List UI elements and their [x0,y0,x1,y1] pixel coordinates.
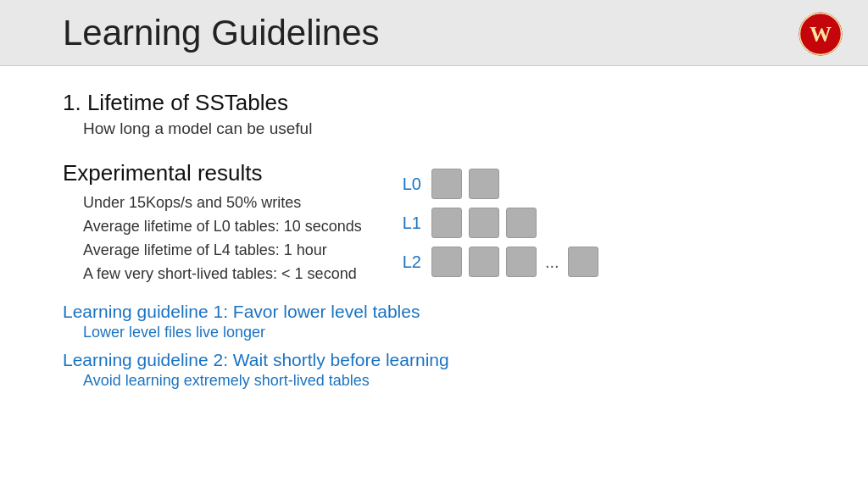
guideline-2-main: Learning guideline 2: Wait shortly befor… [63,350,817,370]
experimental-heading: Experimental results [63,160,362,186]
sstable-diagram: L0 L1 L2 ... [396,169,598,277]
experimental-text: Experimental results Under 15Kops/s and … [63,160,362,286]
level-label-l0: L0 [396,175,421,194]
guideline-1-sub: Lower level files live longer [83,324,817,341]
sstable-box-l2-3 [506,247,537,277]
sstable-box-l1-1 [431,208,462,238]
section1-subtext: How long a model can be useful [83,119,817,138]
guidelines-section: Learning guideline 1: Favor lower level … [63,302,817,398]
bullet-1: Under 15Kops/s and 50% writes [83,191,362,215]
guideline-2-sub: Avoid learning extremely short-lived tab… [83,372,817,390]
experimental-block: Experimental results Under 15Kops/s and … [63,160,817,286]
sstable-box-l2-extra [568,247,598,277]
page-title: Learning Guidelines [63,12,380,54]
uw-logo: W [798,12,843,56]
sstable-box-l0-2 [469,169,499,199]
bullet-4: A few very short-lived tables: < 1 secon… [83,263,362,286]
ellipsis-icon: ... [545,252,559,272]
sstable-box-l0-1 [431,169,462,199]
bullet-2: Average lifetime of L0 tables: 10 second… [83,215,362,239]
level-row-l2: L2 ... [396,247,598,277]
level-row-l1: L1 [396,208,598,238]
sstable-box-l2-1 [431,247,462,277]
bullet-3: Average lifetime of L4 tables: 1 hour [83,239,362,263]
section-1: 1. Lifetime of SSTables How long a model… [63,90,817,153]
guideline-2: Learning guideline 2: Wait shortly befor… [63,350,817,390]
level-label-l2: L2 [396,252,421,272]
guideline-1-main: Learning guideline 1: Favor lower level … [63,302,817,322]
guideline-1: Learning guideline 1: Favor lower level … [63,302,817,341]
sstable-box-l1-3 [506,208,537,238]
level-row-l0: L0 [396,169,598,199]
sstable-box-l1-2 [469,208,499,238]
level-label-l1: L1 [396,214,421,233]
sstable-box-l2-2 [469,247,499,277]
svg-text:W: W [810,22,832,47]
section1-heading: 1. Lifetime of SSTables [63,90,817,116]
